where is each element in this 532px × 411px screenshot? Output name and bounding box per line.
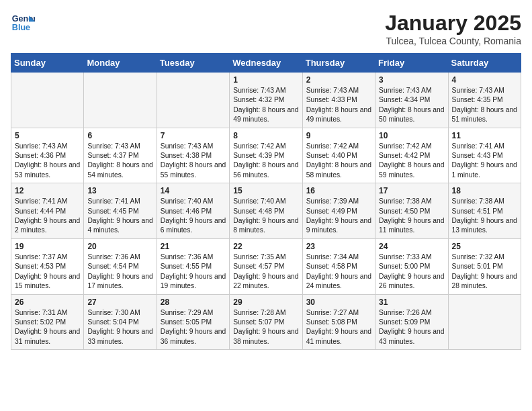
calendar-cell: 27Sunrise: 7:30 AM Sunset: 5:04 PM Dayli…: [84, 294, 157, 350]
calendar-cell: 14Sunrise: 7:40 AM Sunset: 4:46 PM Dayli…: [157, 183, 229, 239]
calendar-cell: 17Sunrise: 7:38 AM Sunset: 4:50 PM Dayli…: [375, 183, 448, 239]
day-number: 20: [87, 242, 152, 251]
day-number: 21: [161, 242, 226, 251]
calendar-week-row: 5Sunrise: 7:43 AM Sunset: 4:36 PM Daylig…: [11, 128, 521, 183]
day-info: Sunrise: 7:41 AM Sunset: 4:45 PM Dayligh…: [87, 197, 152, 236]
day-info: Sunrise: 7:28 AM Sunset: 5:07 PM Dayligh…: [233, 308, 298, 347]
day-info: Sunrise: 7:27 AM Sunset: 5:08 PM Dayligh…: [306, 308, 371, 347]
page-header: General Blue January 2025 Tulcea, Tulcea…: [11, 11, 521, 46]
calendar-cell: 31Sunrise: 7:26 AM Sunset: 5:09 PM Dayli…: [375, 294, 448, 350]
day-number: 30: [306, 298, 371, 307]
day-number: 12: [15, 186, 80, 195]
calendar-cell: 21Sunrise: 7:36 AM Sunset: 4:55 PM Dayli…: [157, 238, 229, 294]
location-title: Tulcea, Tulcea County, Romania: [385, 36, 521, 46]
day-info: Sunrise: 7:41 AM Sunset: 4:44 PM Dayligh…: [15, 197, 80, 236]
calendar-cell: 15Sunrise: 7:40 AM Sunset: 4:48 PM Dayli…: [230, 183, 302, 239]
calendar-cell: 22Sunrise: 7:35 AM Sunset: 4:57 PM Dayli…: [230, 238, 302, 294]
day-number: 7: [161, 131, 226, 140]
day-info: Sunrise: 7:43 AM Sunset: 4:36 PM Dayligh…: [15, 142, 80, 181]
day-info: Sunrise: 7:42 AM Sunset: 4:40 PM Dayligh…: [306, 142, 371, 181]
calendar-cell: [84, 73, 157, 128]
day-number: 22: [233, 242, 298, 251]
calendar-cell: 20Sunrise: 7:36 AM Sunset: 4:54 PM Dayli…: [84, 238, 157, 294]
day-number: 1: [233, 75, 298, 85]
weekday-header: Thursday: [302, 54, 375, 73]
calendar-table: SundayMondayTuesdayWednesdayThursdayFrid…: [11, 53, 521, 350]
calendar-cell: 10Sunrise: 7:42 AM Sunset: 4:42 PM Dayli…: [375, 128, 448, 183]
calendar-cell: 5Sunrise: 7:43 AM Sunset: 4:36 PM Daylig…: [11, 128, 84, 183]
day-info: Sunrise: 7:32 AM Sunset: 5:01 PM Dayligh…: [452, 253, 517, 291]
day-info: Sunrise: 7:39 AM Sunset: 4:49 PM Dayligh…: [306, 197, 371, 236]
day-info: Sunrise: 7:43 AM Sunset: 4:38 PM Dayligh…: [161, 142, 226, 181]
day-number: 17: [379, 186, 444, 195]
calendar-cell: 12Sunrise: 7:41 AM Sunset: 4:44 PM Dayli…: [11, 183, 84, 239]
calendar-cell: 7Sunrise: 7:43 AM Sunset: 4:38 PM Daylig…: [157, 128, 229, 183]
calendar-cell: 13Sunrise: 7:41 AM Sunset: 4:45 PM Dayli…: [84, 183, 157, 239]
day-number: 9: [306, 131, 371, 140]
day-info: Sunrise: 7:36 AM Sunset: 4:55 PM Dayligh…: [161, 253, 226, 291]
calendar-cell: 18Sunrise: 7:38 AM Sunset: 4:51 PM Dayli…: [448, 183, 521, 239]
day-number: 24: [379, 242, 444, 251]
day-number: 29: [233, 298, 298, 307]
calendar-cell: 29Sunrise: 7:28 AM Sunset: 5:07 PM Dayli…: [230, 294, 302, 350]
calendar-cell: 3Sunrise: 7:43 AM Sunset: 4:34 PM Daylig…: [375, 73, 448, 128]
calendar-week-row: 19Sunrise: 7:37 AM Sunset: 4:53 PM Dayli…: [11, 238, 521, 294]
logo-icon: General Blue: [11, 11, 35, 35]
calendar-cell: 11Sunrise: 7:41 AM Sunset: 4:43 PM Dayli…: [448, 128, 521, 183]
day-info: Sunrise: 7:43 AM Sunset: 4:35 PM Dayligh…: [452, 86, 517, 125]
day-info: Sunrise: 7:38 AM Sunset: 4:50 PM Dayligh…: [379, 197, 444, 236]
calendar-week-row: 26Sunrise: 7:31 AM Sunset: 5:02 PM Dayli…: [11, 294, 521, 350]
calendar-week-row: 1Sunrise: 7:43 AM Sunset: 4:32 PM Daylig…: [11, 73, 521, 128]
calendar-cell: 28Sunrise: 7:29 AM Sunset: 5:05 PM Dayli…: [157, 294, 229, 350]
day-number: 13: [87, 186, 152, 195]
weekday-header: Saturday: [448, 54, 521, 73]
calendar-cell: 4Sunrise: 7:43 AM Sunset: 4:35 PM Daylig…: [448, 73, 521, 128]
calendar-cell: 8Sunrise: 7:42 AM Sunset: 4:39 PM Daylig…: [230, 128, 302, 183]
day-number: 25: [452, 242, 517, 251]
day-info: Sunrise: 7:40 AM Sunset: 4:48 PM Dayligh…: [233, 197, 298, 236]
day-number: 28: [161, 298, 226, 307]
day-info: Sunrise: 7:26 AM Sunset: 5:09 PM Dayligh…: [379, 308, 444, 347]
weekday-header-row: SundayMondayTuesdayWednesdayThursdayFrid…: [11, 54, 521, 73]
calendar-cell: 25Sunrise: 7:32 AM Sunset: 5:01 PM Dayli…: [448, 238, 521, 294]
day-info: Sunrise: 7:35 AM Sunset: 4:57 PM Dayligh…: [233, 253, 298, 291]
weekday-header: Sunday: [11, 54, 84, 73]
day-info: Sunrise: 7:41 AM Sunset: 4:43 PM Dayligh…: [452, 142, 517, 181]
day-info: Sunrise: 7:38 AM Sunset: 4:51 PM Dayligh…: [452, 197, 517, 236]
day-number: 4: [452, 75, 517, 85]
day-number: 15: [233, 186, 298, 195]
svg-text:Blue: Blue: [12, 23, 30, 32]
calendar-cell: 1Sunrise: 7:43 AM Sunset: 4:32 PM Daylig…: [230, 73, 302, 128]
calendar-cell: 26Sunrise: 7:31 AM Sunset: 5:02 PM Dayli…: [11, 294, 84, 350]
month-title: January 2025: [385, 11, 521, 36]
calendar-cell: 24Sunrise: 7:33 AM Sunset: 5:00 PM Dayli…: [375, 238, 448, 294]
day-info: Sunrise: 7:33 AM Sunset: 5:00 PM Dayligh…: [379, 253, 444, 291]
calendar-cell: 30Sunrise: 7:27 AM Sunset: 5:08 PM Dayli…: [302, 294, 375, 350]
weekday-header: Monday: [84, 54, 157, 73]
day-info: Sunrise: 7:43 AM Sunset: 4:34 PM Dayligh…: [379, 86, 444, 125]
day-number: 8: [233, 131, 298, 140]
calendar-cell: 19Sunrise: 7:37 AM Sunset: 4:53 PM Dayli…: [11, 238, 84, 294]
day-number: 10: [379, 131, 444, 140]
day-info: Sunrise: 7:29 AM Sunset: 5:05 PM Dayligh…: [161, 308, 226, 347]
day-number: 18: [452, 186, 517, 195]
calendar-cell: [448, 294, 521, 350]
day-number: 14: [161, 186, 226, 195]
day-number: 11: [452, 131, 517, 140]
calendar-week-row: 12Sunrise: 7:41 AM Sunset: 4:44 PM Dayli…: [11, 183, 521, 239]
day-number: 26: [15, 298, 80, 307]
calendar-cell: 16Sunrise: 7:39 AM Sunset: 4:49 PM Dayli…: [302, 183, 375, 239]
day-info: Sunrise: 7:30 AM Sunset: 5:04 PM Dayligh…: [87, 308, 152, 347]
day-number: 23: [306, 242, 371, 251]
calendar-cell: [157, 73, 229, 128]
weekday-header: Friday: [375, 54, 448, 73]
weekday-header: Wednesday: [230, 54, 302, 73]
day-number: 3: [379, 75, 444, 85]
day-number: 19: [15, 242, 80, 251]
day-info: Sunrise: 7:42 AM Sunset: 4:42 PM Dayligh…: [379, 142, 444, 181]
logo: General Blue: [11, 11, 35, 35]
day-info: Sunrise: 7:37 AM Sunset: 4:53 PM Dayligh…: [15, 253, 80, 291]
day-number: 6: [87, 131, 152, 140]
day-number: 2: [306, 75, 371, 85]
day-info: Sunrise: 7:31 AM Sunset: 5:02 PM Dayligh…: [15, 308, 80, 347]
